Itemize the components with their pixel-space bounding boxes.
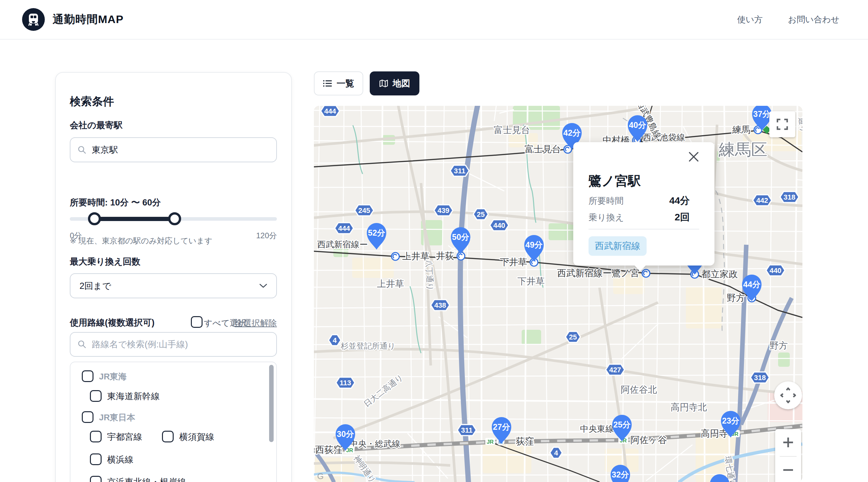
slider-minmax: 0分 120分 bbox=[70, 230, 277, 241]
train-logo-icon bbox=[22, 8, 45, 31]
group-label: JR東日本 bbox=[99, 411, 135, 424]
station-label: 下井草 bbox=[500, 257, 527, 267]
pan-arrows-icon bbox=[780, 387, 797, 404]
line-checkbox-keihin-tohoku[interactable] bbox=[90, 476, 102, 482]
plus-icon bbox=[783, 437, 794, 448]
route-badge: 25 bbox=[473, 209, 488, 220]
station-search-input[interactable] bbox=[70, 137, 277, 162]
select-all-checkbox[interactable] bbox=[191, 316, 203, 328]
clear-all-link[interactable]: 全選択解除 bbox=[235, 317, 277, 329]
route-badge: 427 bbox=[606, 364, 624, 375]
group-checkbox-jr-east[interactable] bbox=[82, 411, 93, 423]
road-name-label: 八丁通り bbox=[424, 259, 435, 291]
area-label: 高円寺北 bbox=[671, 402, 707, 412]
station-label: 西武新宿線ー鷺ノ宮 bbox=[557, 268, 639, 278]
line-checkbox-utsunomiya[interactable] bbox=[90, 431, 102, 442]
fullscreen-button[interactable] bbox=[769, 111, 795, 137]
commercial-area bbox=[352, 258, 394, 278]
line-tag[interactable]: 西武新宿線 bbox=[589, 236, 647, 256]
route-badge: 318 bbox=[750, 372, 769, 383]
park-area bbox=[778, 353, 790, 367]
slider-handle-max[interactable] bbox=[168, 212, 181, 225]
header-nav: 使い方 お問い合わせ bbox=[737, 14, 839, 25]
route-badge: 442 bbox=[753, 195, 772, 206]
svg-text:318: 318 bbox=[784, 193, 796, 201]
route-badge: 4 bbox=[329, 335, 341, 346]
popup-transfer-row: 乗り換え 2回 bbox=[589, 211, 690, 224]
group-label: JR東海 bbox=[99, 371, 127, 383]
line-search-input[interactable] bbox=[92, 340, 269, 350]
line-label: 京浜東北線・根岸線 bbox=[107, 476, 186, 482]
station-label: 荻窪 bbox=[516, 436, 534, 446]
svg-text:442: 442 bbox=[756, 196, 768, 204]
svg-text:27分: 27分 bbox=[493, 422, 510, 431]
transfer-field-label: 最大乗り換え回数 bbox=[70, 256, 140, 267]
svg-text:52分: 52分 bbox=[368, 228, 385, 237]
svg-text:40分: 40分 bbox=[629, 121, 646, 129]
line-search-box[interactable] bbox=[70, 332, 277, 357]
slider-min-label: 0分 bbox=[70, 230, 82, 241]
slider-max-label: 120分 bbox=[256, 230, 277, 241]
station-input[interactable] bbox=[92, 145, 269, 155]
scrollbar-thumb[interactable] bbox=[269, 365, 274, 442]
close-icon[interactable] bbox=[687, 151, 700, 164]
road-name-label: 杉並登記所通り bbox=[341, 342, 396, 350]
list-icon bbox=[323, 79, 332, 87]
app-logo[interactable]: 通勤時間MAP bbox=[22, 8, 124, 31]
area-label: 阿佐谷北 bbox=[621, 385, 657, 395]
transfer-select[interactable]: 2回まで bbox=[70, 273, 277, 298]
svg-text:440: 440 bbox=[770, 266, 782, 275]
station-label: 野方 bbox=[727, 293, 745, 303]
station-label: 高円寺 bbox=[701, 428, 728, 439]
line-list[interactable]: JR東海 東海道新幹線 JR東日本 宇都宮線 横須賀線 横浜線 京浜東北線・根岸… bbox=[70, 361, 277, 482]
header: 通勤時間MAP 使い方 お問い合わせ bbox=[0, 0, 868, 40]
park-area bbox=[549, 223, 576, 240]
svg-text:JR: JR bbox=[487, 439, 494, 445]
popup-station-name: 鷺ノ宮駅 bbox=[589, 172, 641, 190]
park-area bbox=[522, 330, 541, 345]
line-checkbox-tokaido-shinkansen[interactable] bbox=[90, 390, 102, 402]
map-icon bbox=[379, 79, 388, 88]
station-label: 都立家政 bbox=[702, 269, 738, 279]
svg-text:44分: 44分 bbox=[743, 280, 761, 289]
popup-pointer bbox=[634, 265, 646, 271]
svg-text:37分: 37分 bbox=[753, 109, 771, 119]
line-label: 横浜線 bbox=[107, 453, 133, 466]
route-badge: 440 bbox=[490, 220, 509, 231]
svg-text:427: 427 bbox=[609, 366, 621, 374]
station-field-label: 会社の最寄駅 bbox=[70, 120, 123, 131]
popup-divider bbox=[589, 229, 699, 229]
station-label: 阿佐ヶ谷 bbox=[630, 435, 667, 445]
nav-how-to-use[interactable]: 使い方 bbox=[737, 14, 763, 25]
group-checkbox-jr-tokai[interactable] bbox=[82, 371, 93, 382]
line-checkbox-yokohama[interactable] bbox=[90, 453, 102, 465]
route-badge: 311 bbox=[457, 424, 476, 436]
tab-list-view[interactable]: 一覧 bbox=[314, 71, 363, 95]
svg-text:311: 311 bbox=[454, 167, 465, 175]
map-container[interactable]: 杉並登記所通り日大二高通り八丁通り神明通り環七通り通り西武池袋線西武豊島線西武新… bbox=[314, 106, 802, 482]
svg-text:318: 318 bbox=[754, 374, 766, 382]
map-canvas[interactable]: 杉並登記所通り日大二高通り八丁通り神明通り環七通り通り西武池袋線西武豊島線西武新… bbox=[314, 106, 802, 482]
area-label: 野方 bbox=[770, 341, 788, 351]
minus-icon bbox=[783, 464, 794, 476]
route-badge: 444 bbox=[335, 223, 353, 234]
zoom-in-button[interactable] bbox=[775, 429, 801, 456]
tab-map-view[interactable]: 地図 bbox=[370, 71, 420, 95]
station-label: 西荻窪 bbox=[315, 445, 342, 455]
time-range-slider[interactable] bbox=[70, 212, 277, 226]
line-checkbox-yokosuka[interactable] bbox=[162, 431, 174, 442]
lines-header-row: 使用路線(複数選択可) すべて選択 全選択解除 bbox=[70, 316, 277, 330]
search-conditions-panel: 検索条件 会社の最寄駅 ※ 現在、東京都の駅のみ対応しています 所要時間: 10… bbox=[55, 72, 292, 482]
search-icon bbox=[78, 145, 87, 155]
zoom-out-button[interactable] bbox=[775, 457, 801, 482]
railway-name-label: 中央東線 bbox=[580, 424, 614, 433]
nav-contact[interactable]: お問い合わせ bbox=[788, 14, 839, 25]
pan-control[interactable] bbox=[774, 381, 802, 409]
slider-handle-min[interactable] bbox=[88, 212, 101, 225]
railway-name-label: 西武新宿線ー bbox=[317, 239, 368, 249]
svg-text:311: 311 bbox=[461, 426, 473, 434]
area-label: 上井草 bbox=[377, 279, 404, 289]
svg-text:245: 245 bbox=[359, 206, 370, 215]
route-badge: 439 bbox=[434, 205, 453, 216]
popup-time-row: 所要時間 44分 bbox=[589, 194, 690, 207]
